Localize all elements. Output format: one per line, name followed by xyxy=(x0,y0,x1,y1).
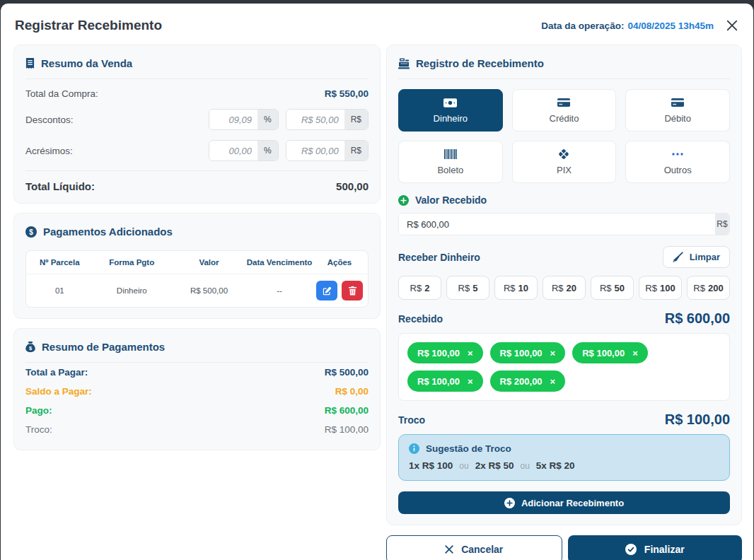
denom-value: 2 xyxy=(424,283,429,293)
x-icon xyxy=(445,545,453,554)
receive-cash-label: Receber Dinheiro xyxy=(398,252,480,263)
chip-remove-icon[interactable]: × xyxy=(468,348,473,358)
change-row: Troco: R$ 100,00 xyxy=(25,420,369,439)
denom-value: 10 xyxy=(518,283,528,293)
edit-pencil-icon xyxy=(323,286,332,296)
suggestion-separator: ou xyxy=(459,461,468,471)
chip-remove-icon[interactable]: × xyxy=(468,376,473,387)
purchase-total-value: R$ 550,00 xyxy=(325,88,369,99)
denom-100-button[interactable]: R$100 xyxy=(639,276,682,300)
money-bag-icon: $ xyxy=(25,342,35,352)
percent-suffix-button[interactable]: % xyxy=(257,141,278,161)
received-bill-chip[interactable]: R$ 100,00× xyxy=(407,371,483,392)
denom-50-button[interactable]: R$50 xyxy=(591,276,634,300)
percent-suffix-button[interactable]: % xyxy=(257,110,278,129)
currency-suffix-button[interactable]: R$ xyxy=(344,110,368,129)
add-receipt-label: Adicionar Recebimento xyxy=(521,498,624,508)
finalize-button[interactable]: Finalizar xyxy=(568,535,743,560)
chip-remove-icon[interactable]: × xyxy=(550,376,556,387)
payments-table: Nº Parcela Forma Pgto Valor Data Vencime… xyxy=(25,250,369,308)
received-bill-chip[interactable]: R$ 100,00× xyxy=(572,342,648,363)
col-valor: Valor xyxy=(175,258,243,267)
chip-remove-icon[interactable]: × xyxy=(632,348,638,358)
added-payments-title: Pagamentos Adicionados xyxy=(43,226,173,238)
add-receipt-button[interactable]: Adicionar Recebimento xyxy=(398,491,730,514)
total-to-pay-row: Total a Pagar: R$ 500,00 xyxy=(25,363,369,382)
pix-icon xyxy=(558,149,569,160)
broom-icon xyxy=(673,252,683,262)
check-circle-icon xyxy=(625,544,637,555)
method-dinheiro[interactable]: Dinheiro xyxy=(398,89,503,132)
method-debito[interactable]: Débito xyxy=(625,89,730,132)
method-pix[interactable]: PIX xyxy=(512,141,617,183)
total-to-pay-value: R$ 500,00 xyxy=(325,367,369,378)
currency-suffix-button[interactable]: R$ xyxy=(344,141,368,161)
barcode-icon xyxy=(444,149,457,160)
received-bill-chip[interactable]: R$ 100,00× xyxy=(490,342,566,363)
troco-value: R$ 100,00 xyxy=(665,412,730,428)
trash-icon xyxy=(349,286,356,296)
discounts-label: Descontos: xyxy=(25,115,74,125)
page-title: Registrar Recebimento xyxy=(15,18,162,33)
troco-label: Troco xyxy=(398,414,425,426)
additions-amount-input[interactable] xyxy=(286,141,344,161)
credit-card-icon xyxy=(557,98,570,108)
cancel-label: Cancelar xyxy=(461,544,503,555)
denom-value: 200 xyxy=(708,283,724,293)
denom-200-button[interactable]: R$200 xyxy=(687,276,730,300)
currency-prefix: R$ xyxy=(693,283,705,293)
balance-to-pay-value: R$ 0,00 xyxy=(335,386,369,397)
denom-20-button[interactable]: R$20 xyxy=(543,276,586,300)
denom-value: 50 xyxy=(615,283,625,293)
denom-value: 20 xyxy=(567,283,576,293)
denom-value: 5 xyxy=(472,283,477,293)
received-bill-chip[interactable]: R$ 100,00× xyxy=(407,342,483,363)
payments-summary-card: $ Resumo de Pagamentos Total a Pagar: R$… xyxy=(13,328,381,450)
received-bills-box: R$ 100,00× R$ 100,00× R$ 100,00× R$ 100,… xyxy=(398,333,730,401)
denom-10-button[interactable]: R$10 xyxy=(494,276,538,300)
method-label: Débito xyxy=(664,113,691,124)
additions-percent-input[interactable] xyxy=(209,141,257,161)
operation-date-value[interactable]: 04/08/2025 13h45m xyxy=(627,21,714,31)
received-value-input[interactable] xyxy=(399,214,715,235)
payments-summary-title: Resumo de Pagamentos xyxy=(42,341,165,353)
received-value-label: Valor Recebido xyxy=(415,194,487,206)
banknote-icon xyxy=(443,98,457,108)
method-label: Dinheiro xyxy=(434,113,468,124)
balance-to-pay-label: Saldo a Pagar: xyxy=(25,386,92,397)
dialog-header: Registrar Recebimento Data da operação: … xyxy=(15,18,739,33)
currency-suffix-button[interactable]: R$ xyxy=(715,214,729,235)
finalize-label: Finalizar xyxy=(644,544,685,555)
currency-prefix: R$ xyxy=(410,283,422,293)
chip-label: R$ 100,00 xyxy=(500,348,543,358)
paid-row: Pago: R$ 600,00 xyxy=(25,401,369,420)
delete-payment-button[interactable] xyxy=(342,281,363,301)
denom-2-button[interactable]: R$2 xyxy=(398,276,441,300)
total-to-pay-label: Total a Pagar: xyxy=(25,367,88,378)
cell-vencimento: -- xyxy=(243,286,315,295)
plus-circle-green-icon xyxy=(398,195,409,206)
currency-prefix: R$ xyxy=(458,283,470,293)
receipt-icon xyxy=(25,58,35,69)
cancel-button[interactable]: Cancelar xyxy=(386,535,562,560)
denom-5-button[interactable]: R$5 xyxy=(446,276,489,300)
method-boleto[interactable]: Boleto xyxy=(398,141,503,183)
close-button[interactable] xyxy=(725,18,739,33)
clear-button[interactable]: Limpar xyxy=(663,246,730,268)
edit-payment-button[interactable] xyxy=(316,281,337,301)
ellipsis-icon xyxy=(672,149,683,160)
chip-label: R$ 200,00 xyxy=(500,376,543,387)
discount-percent-input[interactable] xyxy=(209,110,257,129)
suggestion-option: 5x R$ 20 xyxy=(536,460,575,471)
cash-register-icon xyxy=(398,58,410,69)
discount-amount-input[interactable] xyxy=(286,110,344,129)
method-credito[interactable]: Crédito xyxy=(512,89,617,132)
chip-remove-icon[interactable]: × xyxy=(550,348,556,358)
info-icon xyxy=(409,443,419,454)
paid-label: Pago: xyxy=(25,405,52,416)
col-vencimento: Data Vencimento xyxy=(243,258,315,267)
currency-prefix: R$ xyxy=(504,283,516,293)
net-total-label: Total Líquido: xyxy=(25,180,95,192)
method-outros[interactable]: Outros xyxy=(625,141,730,183)
received-bill-chip[interactable]: R$ 200,00× xyxy=(490,371,566,392)
